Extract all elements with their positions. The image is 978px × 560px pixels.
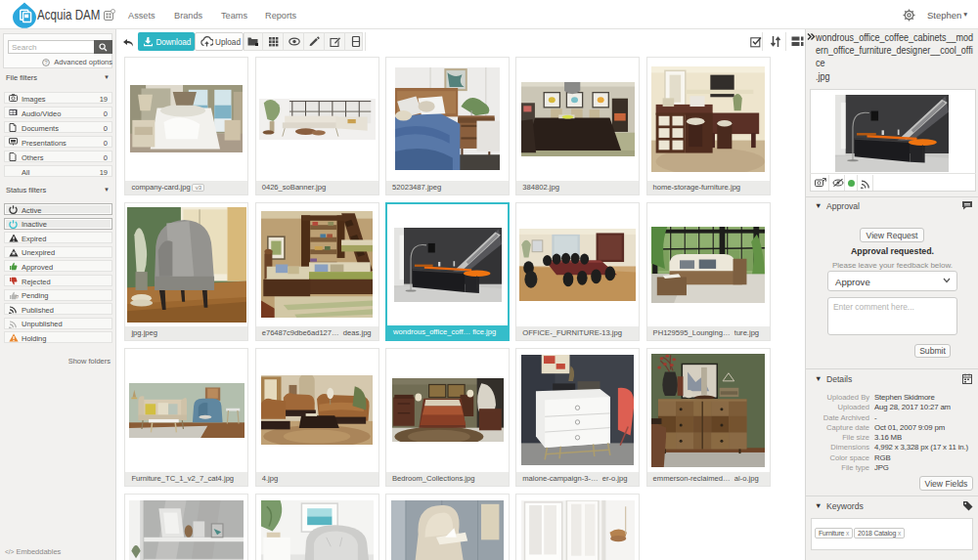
svg-text:?: ? xyxy=(16,294,19,300)
